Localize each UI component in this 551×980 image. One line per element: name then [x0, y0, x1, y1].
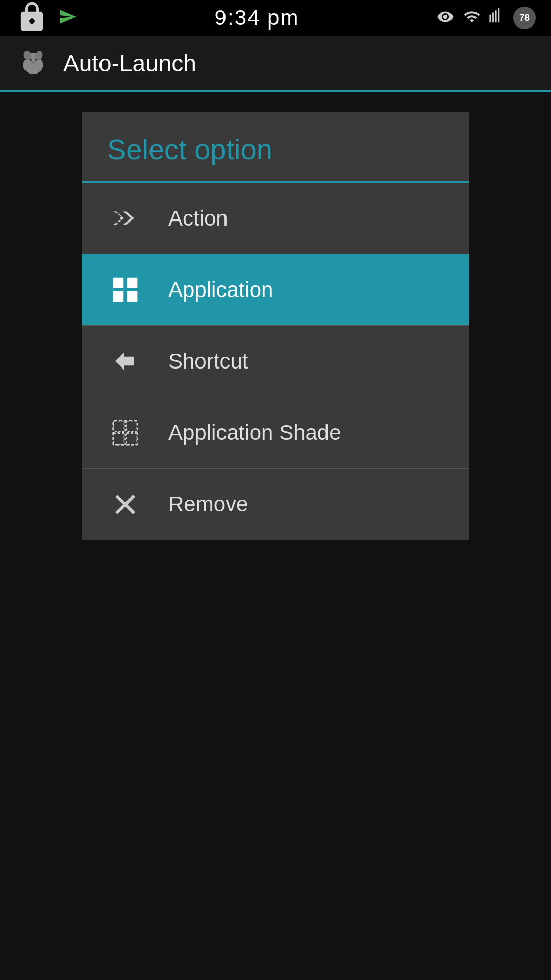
eye-icon [436, 8, 455, 28]
menu-item-action[interactable]: Action [82, 183, 469, 254]
status-left-icons [15, 1, 78, 36]
menu-item-shortcut[interactable]: Shortcut [82, 326, 469, 397]
content-area: Select option [0, 92, 551, 980]
grid-icon [107, 272, 143, 308]
close-icon [107, 486, 143, 522]
application-label: Application [168, 278, 273, 302]
svg-marker-8 [123, 212, 134, 225]
app-bar: Auto-Launch [0, 36, 551, 92]
svg-rect-21 [113, 421, 137, 445]
svg-point-6 [31, 61, 35, 64]
svg-rect-27 [126, 434, 137, 445]
svg-rect-25 [126, 421, 137, 432]
svg-rect-18 [127, 278, 137, 288]
application-shade-label: Application Shade [168, 421, 341, 445]
app-bar-title: Auto-Launch [63, 50, 196, 77]
double-arrow-icon [107, 201, 143, 236]
action-label: Action [168, 206, 228, 231]
select-option-dialog: Select option [82, 112, 469, 540]
lock-icon [15, 1, 48, 36]
status-bar: 9:34 pm 78 [0, 0, 551, 36]
remove-label: Remove [168, 492, 248, 517]
dashed-grid-icon [107, 415, 143, 451]
back-arrow-icon [107, 344, 143, 379]
menu-item-application-shade[interactable]: Application Shade [82, 397, 469, 469]
status-right-icons: 78 [436, 7, 536, 29]
wifi-icon [462, 8, 482, 28]
svg-rect-24 [113, 421, 124, 432]
signal-icon [489, 8, 506, 28]
battery-badge: 78 [513, 7, 536, 29]
svg-rect-19 [113, 291, 123, 302]
shortcut-label: Shortcut [168, 349, 248, 374]
menu-item-application[interactable]: Application [82, 254, 469, 326]
svg-point-5 [35, 58, 37, 60]
status-time: 9:34 pm [215, 6, 299, 30]
dialog-header: Select option [82, 112, 469, 183]
menu-item-remove[interactable]: Remove [82, 469, 469, 540]
svg-rect-26 [113, 434, 124, 445]
send-icon [58, 8, 78, 28]
svg-point-4 [30, 58, 32, 60]
dialog-title: Select option [107, 133, 272, 165]
app-logo [15, 45, 51, 81]
svg-rect-20 [127, 291, 137, 302]
svg-rect-17 [113, 278, 123, 288]
